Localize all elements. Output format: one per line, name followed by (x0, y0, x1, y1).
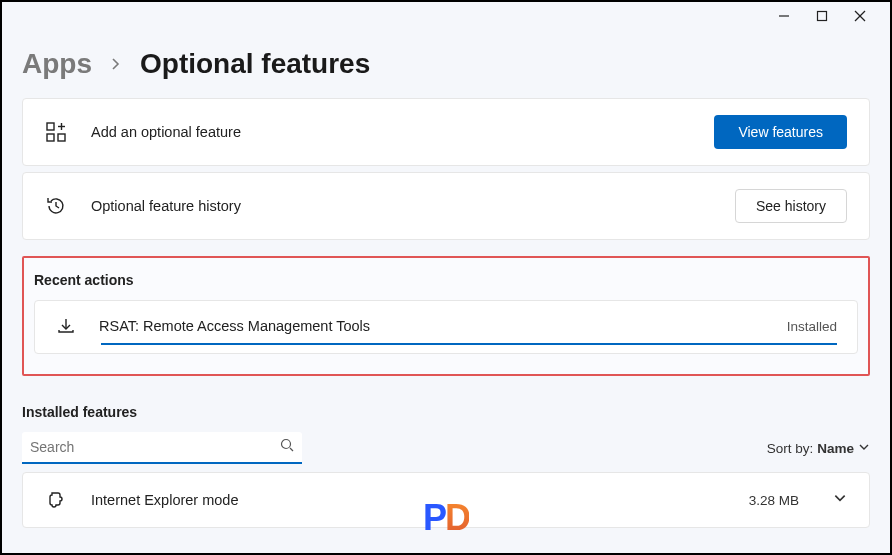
watermark-logo: PD (423, 497, 469, 539)
breadcrumb-parent[interactable]: Apps (22, 48, 92, 80)
history-label: Optional feature history (91, 198, 711, 214)
recent-item-status: Installed (787, 319, 837, 334)
chevron-down-icon[interactable] (833, 491, 847, 509)
minimize-button[interactable] (776, 8, 792, 24)
progress-bar (101, 343, 837, 345)
search-icon (280, 438, 294, 456)
recent-actions-section: Recent actions RSAT: Remote Access Manag… (22, 256, 870, 376)
search-input[interactable] (30, 439, 280, 455)
recent-action-row[interactable]: RSAT: Remote Access Management Tools Ins… (34, 300, 858, 354)
puzzle-icon (45, 489, 67, 511)
download-icon (55, 315, 77, 337)
page-title: Optional features (140, 48, 370, 80)
sort-by-label: Sort by: (767, 441, 814, 456)
add-feature-icon (45, 121, 67, 143)
add-feature-row: Add an optional feature View features (22, 98, 870, 166)
breadcrumb: Apps Optional features (2, 30, 890, 90)
svg-line-11 (290, 448, 293, 451)
recent-actions-title: Recent actions (34, 272, 858, 288)
close-button[interactable] (852, 8, 868, 24)
svg-rect-5 (47, 134, 54, 141)
svg-rect-1 (818, 12, 827, 21)
chevron-down-icon (858, 441, 870, 456)
feature-size: 3.28 MB (749, 493, 799, 508)
window-titlebar (2, 2, 890, 30)
chevron-right-icon (110, 54, 122, 75)
svg-rect-6 (58, 134, 65, 141)
see-history-button[interactable]: See history (735, 189, 847, 223)
installed-features-title: Installed features (22, 404, 870, 420)
svg-rect-4 (47, 123, 54, 130)
svg-point-10 (282, 440, 291, 449)
feature-label: Internet Explorer mode (91, 492, 725, 508)
maximize-button[interactable] (814, 8, 830, 24)
history-icon (45, 195, 67, 217)
recent-item-label: RSAT: Remote Access Management Tools (99, 318, 765, 334)
sort-by-value: Name (817, 441, 854, 456)
add-feature-label: Add an optional feature (91, 124, 690, 140)
search-box[interactable] (22, 432, 302, 464)
view-features-button[interactable]: View features (714, 115, 847, 149)
history-row: Optional feature history See history (22, 172, 870, 240)
sort-by-dropdown[interactable]: Sort by: Name (767, 441, 870, 456)
